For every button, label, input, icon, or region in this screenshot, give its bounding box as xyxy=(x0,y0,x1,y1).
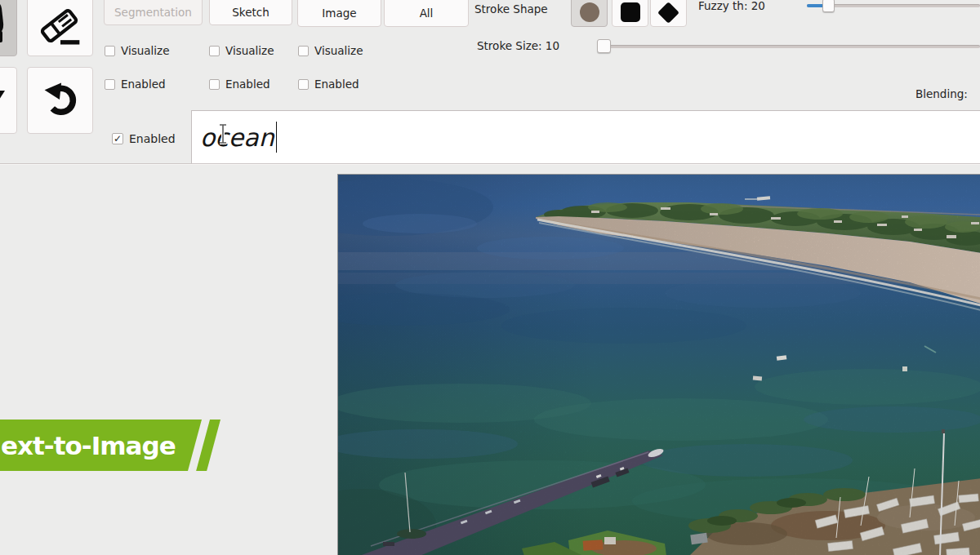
mode-button-label: Segmentation xyxy=(114,6,192,19)
prompt-enabled-checkbox[interactable]: ✓ Enabled xyxy=(112,132,176,145)
redo-icon xyxy=(0,76,16,125)
undo-icon xyxy=(38,76,83,125)
text-to-image-banner: ext-to-Image xyxy=(0,420,202,471)
mode-button-all[interactable]: All xyxy=(384,0,469,27)
brush-tool-button[interactable] xyxy=(0,0,17,56)
segmentation-enabled-checkbox[interactable]: Enabled xyxy=(105,78,166,91)
prompt-input[interactable]: ocean xyxy=(191,110,980,164)
checkbox-label: Visualize xyxy=(225,44,274,57)
image-enabled-checkbox[interactable]: Enabled xyxy=(298,78,359,91)
ibeam-cursor-icon xyxy=(217,123,229,148)
prompt-text: ocean xyxy=(200,123,274,152)
banner-label: ext-to-Image xyxy=(1,431,176,460)
checkbox-label: Enabled xyxy=(121,78,166,91)
fuzzy-threshold-label: Fuzzy th: 20 xyxy=(698,0,765,12)
eraser-tool-button[interactable] xyxy=(27,0,93,56)
stroke-size-slider[interactable] xyxy=(604,45,980,48)
stroke-shape-square-button[interactable] xyxy=(612,0,648,27)
checkbox[interactable] xyxy=(298,46,309,56)
checkbox-label: Enabled xyxy=(314,78,359,91)
redo-tool-button[interactable] xyxy=(0,67,17,134)
section-divider xyxy=(0,163,980,164)
circle-shape-icon xyxy=(580,2,599,22)
stroke-size-label: Stroke Size: 10 xyxy=(477,39,559,52)
blending-label: Blending: xyxy=(915,87,968,100)
stroke-shape-label: Stroke Shape xyxy=(474,2,548,16)
checkbox-label: Visualize xyxy=(121,44,169,57)
banner-stripe xyxy=(196,420,220,471)
checkbox[interactable] xyxy=(209,79,220,90)
mode-button-label: All xyxy=(420,7,434,20)
mode-button-segmentation[interactable]: Segmentation xyxy=(104,0,203,25)
checkbox-label: Enabled xyxy=(225,78,270,91)
mode-button-label: Sketch xyxy=(232,6,269,19)
coastline-photo xyxy=(338,175,980,555)
stroke-shape-circle-button[interactable] xyxy=(571,0,608,27)
brush-icon xyxy=(0,0,16,47)
checkbox[interactable] xyxy=(105,79,115,90)
undo-tool-button[interactable] xyxy=(27,67,93,134)
checkbox-label: Enabled xyxy=(129,132,176,145)
checkbox[interactable] xyxy=(209,46,220,56)
coastline-photo-canvas[interactable] xyxy=(337,174,980,555)
mode-button-sketch[interactable]: Sketch xyxy=(209,0,292,25)
image-visualize-checkbox[interactable]: Visualize xyxy=(298,44,363,57)
text-caret xyxy=(276,122,278,153)
eraser-icon xyxy=(38,3,83,52)
stroke-shape-diamond-button[interactable] xyxy=(650,0,687,27)
checkbox[interactable] xyxy=(298,79,309,90)
square-shape-icon xyxy=(621,2,640,22)
fuzzy-slider-thumb[interactable] xyxy=(822,0,835,12)
mode-button-label: Image xyxy=(322,7,356,20)
sketch-enabled-checkbox[interactable]: Enabled xyxy=(209,78,270,91)
checkmark-icon: ✓ xyxy=(114,134,122,144)
checkbox-label: Visualize xyxy=(314,44,363,57)
segmentation-visualize-checkbox[interactable]: Visualize xyxy=(105,44,169,57)
diamond-shape-icon xyxy=(657,2,679,24)
stroke-size-slider-thumb[interactable] xyxy=(597,39,611,53)
mode-button-image[interactable]: Image xyxy=(297,0,381,27)
checkbox[interactable]: ✓ xyxy=(112,133,123,144)
sketch-visualize-checkbox[interactable]: Visualize xyxy=(209,44,274,57)
checkbox[interactable] xyxy=(105,46,115,56)
app-window: Segmentation Sketch Image All Visualize … xyxy=(0,0,980,555)
